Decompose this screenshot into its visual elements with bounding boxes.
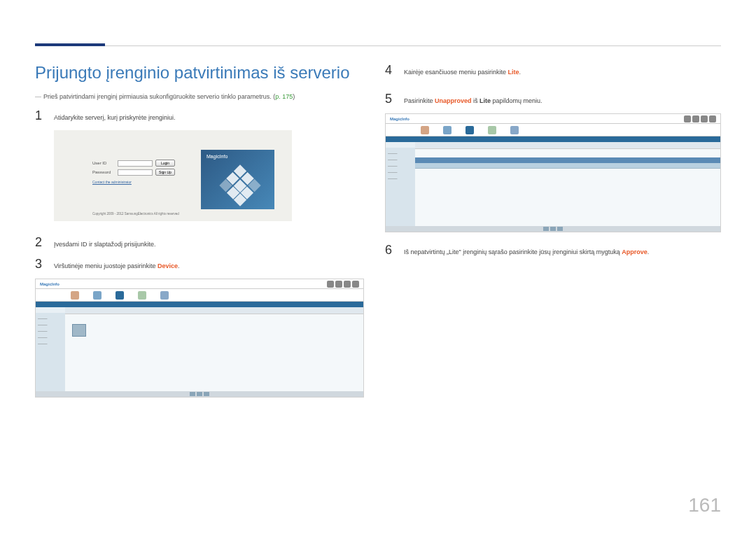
sidebar-item[interactable]: ――― — [38, 322, 63, 328]
app-logo: MagicInfo — [390, 117, 410, 121]
sidebar-item[interactable]: ――― — [38, 341, 63, 347]
sidebar-item-lite[interactable]: ――― — [388, 163, 413, 169]
login-form: User ID Login Password Sign Up Contact t… — [92, 160, 190, 184]
step-text: Iš nepatvirtintų „Lite" įrenginių sąrašo… — [404, 248, 649, 257]
sidebar-item[interactable]: ――― — [388, 169, 413, 176]
step-2: 2 Įvesdami ID ir slaptažodį prisijunkite… — [35, 235, 364, 250]
device-thumbnail[interactable] — [72, 324, 86, 337]
nav-icon[interactable] — [93, 291, 102, 300]
sidebar-item[interactable]: ――― — [38, 316, 63, 322]
sub-nav — [386, 136, 720, 142]
topbar-icons — [684, 115, 716, 122]
step-3: 3 Viršutinėje meniu juostoje pasirinkite… — [35, 257, 364, 272]
topbar-icon[interactable] — [684, 115, 691, 122]
step-text: Atidarykite serverį, kurį priskyrėte įre… — [54, 113, 176, 122]
login-screenshot: User ID Login Password Sign Up Contact t… — [54, 130, 292, 221]
pagination-footer — [386, 226, 720, 232]
topbar-icons — [327, 281, 359, 288]
device-screenshot: MagicInfo ――― ――― ――― ――― — [35, 279, 364, 398]
topbar-icon[interactable] — [701, 115, 708, 122]
main-nav — [386, 124, 720, 136]
step-number: 6 — [385, 243, 396, 258]
page-button[interactable] — [190, 392, 195, 396]
sidebar: ――― ――― ――― ――― ――― — [386, 148, 415, 226]
page-link[interactable]: p. 175 — [275, 93, 293, 100]
diamond-icon — [219, 164, 260, 206]
step-text: Įvesdami ID ir slaptažodį prisijunkite. — [54, 240, 156, 249]
nav-device-icon[interactable] — [465, 126, 474, 134]
step-4: 4 Kairėje esančiuose meniu pasirinkite L… — [385, 63, 721, 78]
signup-button[interactable]: Sign Up — [155, 169, 175, 176]
app-logo: MagicInfo — [40, 282, 59, 286]
page-button[interactable] — [204, 392, 209, 396]
nav-device-icon[interactable] — [115, 291, 124, 300]
step-number: 1 — [35, 108, 46, 123]
content-toolbar — [65, 307, 363, 314]
sidebar-item[interactable]: ――― — [38, 335, 63, 341]
login-button[interactable]: Login — [155, 160, 175, 167]
page-title: Prijungto įrenginio patvirtinimas iš ser… — [35, 63, 364, 83]
logo-text: MagicInfo — [201, 150, 274, 159]
magicinfo-logo-box: MagicInfo — [201, 150, 274, 209]
copyright-text: Copyright 2009 - 2012 SamsungElectronics… — [92, 212, 179, 216]
header-accent — [35, 43, 105, 46]
topbar-icon[interactable] — [352, 281, 359, 288]
right-column: 4 Kairėje esančiuose meniu pasirinkite L… — [385, 63, 721, 408]
page-button[interactable] — [197, 392, 202, 396]
topbar-icon[interactable] — [335, 281, 342, 288]
step-text: Pasirinkite Unapproved iš Lite papildomų… — [404, 97, 542, 106]
page-button[interactable] — [550, 227, 556, 231]
left-column: Prijungto įrenginio patvirtinimas iš ser… — [35, 63, 364, 408]
nav-icon[interactable] — [488, 126, 496, 134]
sidebar-item[interactable]: ――― — [388, 157, 413, 163]
step-text: Viršutinėje meniu juostoje pasirinkite D… — [54, 262, 179, 271]
step-6: 6 Iš nepatvirtintų „Lite" įrenginių sąra… — [385, 243, 721, 258]
page-button[interactable] — [557, 227, 563, 231]
app-topbar: MagicInfo — [386, 114, 720, 124]
password-label: Password — [92, 170, 115, 174]
table-header — [415, 157, 720, 163]
page-button[interactable] — [543, 227, 549, 231]
nav-icon[interactable] — [71, 291, 79, 300]
topbar-icon[interactable] — [327, 281, 334, 288]
password-input[interactable] — [118, 169, 153, 176]
nav-icon[interactable] — [510, 126, 519, 134]
content-wrapper: Prijungto įrenginio patvirtinimas iš ser… — [35, 63, 721, 408]
pagination-footer — [36, 391, 363, 397]
user-id-label: User ID — [92, 161, 115, 165]
topbar-icon[interactable] — [709, 115, 716, 122]
main-content — [65, 307, 363, 391]
step-text: Kairėje esančiuose meniu pasirinkite Lit… — [404, 68, 521, 77]
step-5: 5 Pasirinkite Unapproved iš Lite papildo… — [385, 92, 721, 106]
table-row[interactable] — [415, 163, 720, 169]
topbar-icon[interactable] — [344, 281, 351, 288]
header-divider — [35, 45, 721, 46]
main-content — [415, 142, 720, 226]
page-number: 161 — [688, 494, 721, 517]
nav-icon[interactable] — [138, 291, 146, 300]
sidebar-item[interactable]: ――― — [38, 328, 63, 335]
nav-icon[interactable] — [160, 291, 169, 300]
sub-nav — [36, 302, 363, 307]
content-toolbar — [415, 142, 720, 149]
nav-icon[interactable] — [421, 126, 429, 134]
main-nav — [36, 289, 363, 302]
sidebar-item[interactable]: ――― — [388, 150, 413, 157]
contact-admin-link[interactable]: Contact the administrator — [92, 180, 190, 184]
sidebar-item[interactable]: ――― — [388, 176, 413, 182]
step-number: 4 — [385, 63, 396, 78]
config-note: Prieš patvirtindami įrenginį pirmiausia … — [43, 93, 364, 100]
step-number: 3 — [35, 257, 46, 272]
step-number: 5 — [385, 92, 396, 106]
nav-icon[interactable] — [443, 126, 451, 134]
topbar-icon[interactable] — [692, 115, 699, 122]
step-number: 2 — [35, 235, 46, 250]
app-topbar: MagicInfo — [36, 279, 363, 289]
unapproved-screenshot: MagicInfo ――― ――― ――― ――― — [385, 113, 721, 232]
user-id-input[interactable] — [118, 160, 153, 167]
step-1: 1 Atidarykite serverį, kurį priskyrėte į… — [35, 108, 364, 123]
sidebar: ――― ――― ――― ――― ――― — [36, 313, 65, 391]
